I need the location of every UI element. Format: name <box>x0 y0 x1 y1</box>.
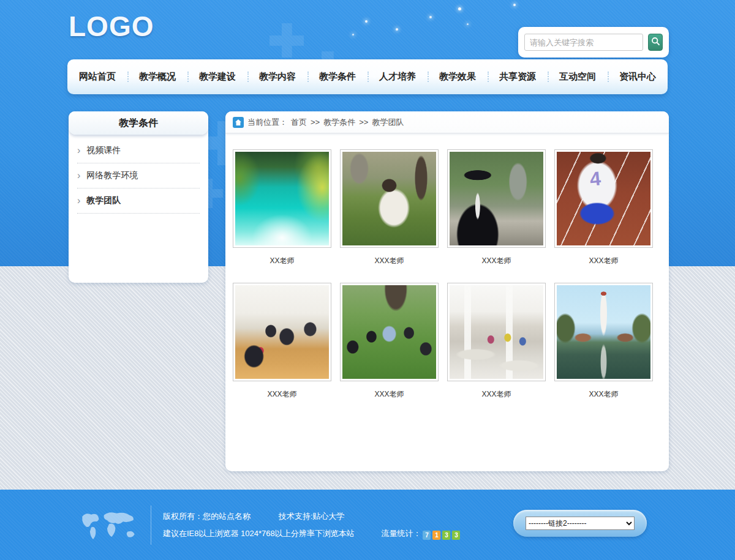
sparkle-icon <box>458 7 461 10</box>
breadcrumb-prefix: 当前位置： <box>247 117 287 128</box>
stats-label: 流量统计： <box>381 529 421 538</box>
breadcrumb-separator: >> <box>359 118 368 127</box>
search-box <box>518 27 669 58</box>
nav-item-construction[interactable]: 教学建设 <box>187 59 247 94</box>
gallery-item: XX老师 <box>233 149 331 283</box>
friend-links-pill: --------链接2-------- <box>513 510 647 537</box>
teacher-photo-image <box>235 152 329 245</box>
sidebar-title: 教学条件 <box>69 111 208 135</box>
copyright-text: 版权所有：您的站点名称 <box>163 512 251 521</box>
gallery-item: XXX老师 <box>233 283 331 416</box>
counter-digit: 7 <box>423 531 431 540</box>
teacher-photo-image <box>342 285 436 379</box>
counter-digit: 3 <box>442 531 450 540</box>
nav-item-content[interactable]: 教学内容 <box>247 59 307 94</box>
search-icon <box>651 37 660 48</box>
jersey-number: 4 <box>589 167 601 190</box>
teacher-photo[interactable] <box>447 149 546 248</box>
plus-decoration-icon <box>270 23 304 58</box>
teacher-photo-image <box>450 152 543 245</box>
breadcrumb-separator: >> <box>311 118 320 127</box>
nav-item-overview[interactable]: 教学概况 <box>127 59 187 94</box>
teacher-name-label: XXX老师 <box>340 256 439 266</box>
teacher-gallery: XX老师 XXX老师 XXX老师 4 XXX老师 <box>225 133 669 416</box>
breadcrumb-current: 教学团队 <box>372 117 404 128</box>
site-logo[interactable]: LOGO <box>69 10 154 43</box>
teacher-photo-image <box>450 285 543 379</box>
sidebar: 教学条件 视频课件 网络教学环境 教学团队 <box>69 111 208 283</box>
visit-counter: 7133 <box>421 529 460 538</box>
gallery-item: XXX老师 <box>554 283 653 416</box>
teacher-photo-image <box>235 285 329 379</box>
sparkle-icon <box>467 23 469 25</box>
breadcrumb-home-link[interactable]: 首页 <box>291 117 307 128</box>
teacher-photo-image: 4 <box>557 152 650 245</box>
teacher-name-label: XXX老师 <box>447 389 546 400</box>
nav-item-conditions[interactable]: 教学条件 <box>307 59 368 94</box>
teacher-photo[interactable] <box>340 283 439 381</box>
gallery-item: XXX老师 <box>340 283 439 416</box>
support-text: 技术支持:贴心大学 <box>279 512 345 521</box>
sparkle-icon <box>352 34 354 35</box>
chevron-right-icon <box>77 171 80 181</box>
footer: 版权所有：您的站点名称 技术支持:贴心大学 建议在IE8以上浏览器 1024*7… <box>0 490 735 560</box>
main-navigation: 网站首页 教学概况 教学建设 教学内容 教学条件 人才培养 教学效果 共享资源 … <box>67 59 668 94</box>
sidebar-item-label: 视频课件 <box>86 145 121 156</box>
counter-digit: 1 <box>432 531 440 540</box>
search-button[interactable] <box>648 34 663 51</box>
chevron-right-icon <box>77 196 80 206</box>
content-panel: 当前位置： 首页 >> 教学条件 >> 教学团队 XX老师 XXX老师 <box>225 111 669 471</box>
teacher-name-label: XXX老师 <box>554 256 653 266</box>
nav-item-news[interactable]: 资讯中心 <box>608 59 668 94</box>
home-icon <box>233 117 244 128</box>
footer-text: 版权所有：您的站点名称 技术支持:贴心大学 建议在IE8以上浏览器 1024*7… <box>163 508 460 542</box>
teacher-photo[interactable] <box>554 283 653 381</box>
nav-item-resources[interactable]: 共享资源 <box>488 59 548 94</box>
gallery-item: XXX老师 <box>447 283 546 416</box>
sidebar-item-label: 网络教学环境 <box>86 170 138 181</box>
search-input[interactable] <box>524 34 643 51</box>
teacher-photo-image <box>557 285 650 379</box>
sparkle-icon <box>429 16 432 18</box>
teacher-photo[interactable] <box>233 283 331 381</box>
sparkle-icon <box>365 20 368 23</box>
nav-item-results[interactable]: 教学效果 <box>428 59 488 94</box>
teacher-name-label: XXX老师 <box>233 389 331 400</box>
gallery-item: XXX老师 <box>340 149 439 283</box>
sidebar-item-label: 教学团队 <box>86 195 121 206</box>
nav-item-home[interactable]: 网站首页 <box>67 59 127 94</box>
breadcrumb: 当前位置： 首页 >> 教学条件 >> 教学团队 <box>225 111 669 133</box>
gallery-item: XXX老师 <box>447 149 546 283</box>
sparkle-icon <box>396 28 398 31</box>
gallery-item: 4 XXX老师 <box>554 149 653 283</box>
sidebar-item-teaching-team[interactable]: 教学团队 <box>77 189 200 214</box>
teacher-name-label: XXX老师 <box>447 256 546 266</box>
chevron-right-icon <box>77 146 80 155</box>
teacher-photo-image <box>342 152 436 245</box>
sparkle-icon <box>513 4 516 6</box>
breadcrumb-section-link[interactable]: 教学条件 <box>323 117 355 128</box>
world-map-icon <box>77 508 141 545</box>
teacher-photo[interactable] <box>233 149 331 248</box>
teacher-name-label: XXX老师 <box>554 389 653 400</box>
nav-item-talent[interactable]: 人才培养 <box>368 59 428 94</box>
counter-digit: 3 <box>452 531 460 540</box>
footer-divider <box>151 506 151 545</box>
page: LOGO 网站首页 教学概况 教学建设 教学内容 教学条件 人才培养 教学效果 … <box>0 0 735 560</box>
sidebar-item-online-teaching-env[interactable]: 网络教学环境 <box>77 163 200 189</box>
nav-item-interaction[interactable]: 互动空间 <box>548 59 608 94</box>
friend-links-select[interactable]: --------链接2-------- <box>526 517 635 530</box>
teacher-name-label: XX老师 <box>233 256 331 266</box>
sidebar-item-video-courseware[interactable]: 视频课件 <box>77 138 200 163</box>
browser-note: 建议在IE8以上浏览器 1024*768以上分辨率下浏览本站 <box>163 529 355 538</box>
teacher-photo[interactable] <box>340 149 439 248</box>
teacher-name-label: XXX老师 <box>340 389 439 400</box>
teacher-photo[interactable] <box>447 283 546 381</box>
teacher-photo[interactable]: 4 <box>554 149 653 248</box>
